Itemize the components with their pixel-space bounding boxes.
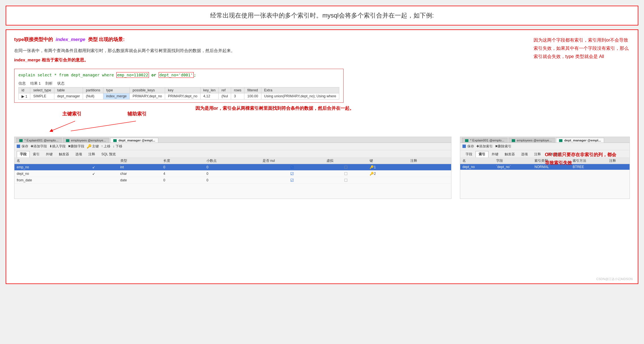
col-select-type: select_type	[30, 87, 54, 93]
tab-icon-dept-manager	[113, 139, 117, 142]
btn-add-field[interactable]: ✚添加字段	[31, 144, 47, 149]
result-tab-bar: 信息 结果 1 剖析 状态	[18, 81, 339, 86]
subtab-trigger-left[interactable]: 触发器	[56, 151, 72, 158]
col-notnull-h: 是否 nul	[260, 158, 324, 164]
col-arrow	[90, 158, 118, 164]
col-type-h: 类型	[118, 158, 161, 164]
field-note-fromdate	[408, 177, 451, 183]
subtab-fk-left[interactable]: 外键	[43, 151, 56, 158]
col-type: type	[103, 87, 130, 93]
result-table: id select_type table partitions type pos…	[18, 87, 339, 100]
field-name-deptno: dept_no	[14, 170, 90, 177]
right-tab-dept-manager[interactable]: dept_manager @empl...	[556, 138, 604, 143]
field-virt-empno: ☐	[324, 164, 367, 170]
field-note-deptno	[408, 170, 451, 177]
col-key-len: key_len	[200, 87, 218, 93]
sql-dept-no: dept_no='d001'	[159, 72, 194, 78]
cell-table: dept_manager	[54, 93, 83, 99]
col-note-h: 注释	[408, 158, 451, 164]
arrow-cell-fromdate	[90, 177, 118, 183]
cell-partitions: (Null)	[83, 93, 103, 99]
tab-info[interactable]: 信息	[18, 81, 26, 86]
bottom-panels: * Explain001 @emplo... employees @employ…	[14, 137, 630, 199]
col-len-h: 长度	[161, 158, 204, 164]
cell-key-len: 4,12	[200, 93, 218, 99]
sql-or: or	[152, 73, 156, 77]
field-notnull-deptno: ☑	[260, 170, 324, 177]
cell-possible-keys: PRIMARY,dept_no	[130, 93, 165, 99]
subtab-sqlpreview-left[interactable]: SQL 预览	[98, 151, 119, 158]
left-db-table: 名 类型 长度 小数点 是否 nul 虚拟 键 注释	[14, 158, 451, 184]
btn-delete-field[interactable]: ✖删除字段	[68, 144, 84, 149]
or-note-right: OR 前后只要存在非索引的列，都会导致索引失效	[545, 151, 619, 167]
subtab-options-right[interactable]: 选项	[518, 151, 531, 158]
btn-insert-field[interactable]: ⬇插入字段	[49, 144, 66, 149]
subtab-index-right[interactable]: 索引	[475, 151, 489, 158]
subtab-index-left[interactable]: 索引	[30, 151, 43, 158]
sql-emp-no: emp_no=110022	[116, 72, 149, 78]
panel-tab-employees[interactable]: employees @employe...	[63, 138, 109, 143]
watermark: CSDN@江达小记AIDSON	[596, 277, 633, 281]
uncheck-virt-empno: ☐	[344, 165, 348, 169]
left-db-panel: * Explain001 @emplo... employees @employ…	[14, 137, 451, 199]
col-dec-h: 小数点	[204, 158, 260, 164]
diagram-area: OR 前后只要存在非索引的列，都会导致索引失效 explain select *…	[14, 69, 630, 199]
subtab-comment-right[interactable]: 注释	[531, 151, 544, 158]
arrow-cell-deptno: ↙	[90, 170, 118, 177]
tab-label-explain: * Explain001 @emplo...	[24, 139, 58, 142]
btn-save-right[interactable]: 保存	[462, 144, 474, 149]
keyword-index-merge: index_merge	[56, 37, 85, 42]
tab-profile[interactable]: 剖析	[45, 81, 53, 86]
field-virt-fromdate: ☐	[324, 177, 367, 183]
subtab-trigger-right[interactable]: 触发器	[502, 151, 518, 158]
btn-save-left[interactable]: 保存	[17, 144, 28, 149]
btn-delete-index[interactable]: ✖删除索引	[495, 144, 511, 149]
field-dec-empno: 0	[204, 164, 260, 170]
tab-result[interactable]: 结果 1	[30, 81, 41, 86]
field-len-empno: 0	[161, 164, 204, 170]
tab-icon-explain	[19, 139, 23, 142]
sql-box: explain select * from dept_manager where…	[14, 69, 344, 103]
main-box-inner: type联接类型中的 index_merge 类型 出现的场景: 在同一张表中，…	[14, 36, 630, 199]
btn-add-index[interactable]: ✚添加索引	[476, 144, 493, 149]
cell-rows: 3	[231, 93, 244, 99]
btn-move-up[interactable]: ↑ 上移	[101, 144, 110, 149]
col-ref: ref	[218, 87, 231, 93]
left-panel-toolbar: 保存 ✚添加字段 ⬇插入字段 ✖删除字段 🔑主键 ↑ 上移 ↓ 下移	[14, 143, 451, 150]
col-possible-keys: possible_keys	[130, 87, 165, 93]
desc-line2: index_merge 相当于索引合并的意思。	[14, 56, 235, 64]
right-tab-employees[interactable]: employees @employe...	[509, 138, 555, 143]
subtab-fields-right[interactable]: 字段	[462, 151, 475, 158]
subtab-options-left[interactable]: 选项	[72, 151, 85, 158]
tab-status[interactable]: 状态	[57, 81, 65, 86]
panel-tab-explain[interactable]: * Explain001 @emplo...	[16, 138, 62, 143]
subtab-fields-left[interactable]: 字段	[17, 151, 30, 158]
subtab-comment-left[interactable]: 注释	[85, 151, 98, 158]
subtab-fk-right[interactable]: 外键	[489, 151, 502, 158]
btn-primary-key[interactable]: 🔑主键	[87, 144, 99, 149]
uncheck-virt-deptno: ☐	[344, 171, 348, 176]
idx-field-deptno: `dept_no`	[494, 164, 532, 170]
right-tab-icon-employees	[512, 139, 515, 142]
table-row: ▶ 1 SIMPLE dept_manager (Null) index_mer…	[19, 93, 339, 99]
banner-text: 经常出现在使用一张表中的多个索引时。mysql会将多个索引合并在一起，如下例:	[210, 12, 434, 19]
field-type-empno: int	[118, 164, 161, 170]
btn-move-down[interactable]: ↓ 下移	[113, 144, 122, 149]
field-key-empno: 🔑1	[367, 164, 408, 170]
result-section: 信息 结果 1 剖析 状态 id select_type	[18, 81, 339, 100]
cell-key: PRIMARY,dept_no	[165, 93, 201, 99]
panel-tab-dept-manager[interactable]: dept_manager @empl...	[110, 138, 158, 143]
col-table: table	[54, 87, 83, 93]
label-zhujian: 主键索引	[62, 111, 82, 117]
right-tab-explain[interactable]: * Explain001 @emplo...	[462, 138, 507, 143]
check-icon-deptno: ☑	[290, 171, 294, 176]
section-title: type联接类型中的 index_merge 类型 出现的场景:	[14, 36, 235, 43]
table-row: dept_no ↙ char 4 0 ☑ ☐ 🔑2	[14, 170, 451, 177]
field-notnull-empno: ☑	[260, 164, 324, 170]
col-partitions: partitions	[83, 87, 103, 93]
labels-row: 主键索引 辅助索引 因为是用or，索引会从两棵索引树里面找到符合条件的数据，然后…	[14, 106, 630, 134]
check-icon-fromdate: ☑	[290, 178, 294, 182]
col-name: 名	[14, 158, 90, 164]
col-key: key	[165, 87, 201, 93]
field-notnull-fromdate: ☑	[260, 177, 324, 183]
